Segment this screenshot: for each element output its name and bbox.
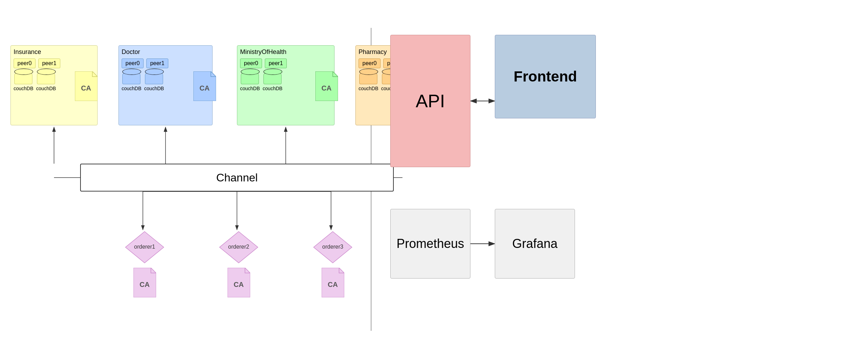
doctor-couchdb0: couchDB <box>122 71 141 91</box>
orderer1-group: orderer1 CA <box>124 230 166 297</box>
frontend-box: Frontend <box>495 35 596 118</box>
ministry-peers: peer0 peer1 <box>240 58 331 68</box>
svg-text:orderer2: orderer2 <box>228 244 249 250</box>
svg-text:orderer3: orderer3 <box>322 244 344 250</box>
insurance-peer1: peer1 <box>38 58 60 68</box>
svg-text:CA: CA <box>322 84 332 92</box>
insurance-couchdb1: couchDB <box>36 71 56 91</box>
ministry-ca: CA <box>315 71 338 102</box>
doctor-peer1: peer1 <box>146 58 168 68</box>
main-diagram: Insurance peer0 peer1 couchDB couchDB CA… <box>0 0 868 359</box>
ministry-peer1: peer1 <box>265 58 287 68</box>
doctor-ca: CA <box>193 71 216 102</box>
prometheus-box: Prometheus <box>390 209 470 279</box>
channel-label: Channel <box>216 171 258 184</box>
frontend-label: Frontend <box>514 68 577 85</box>
grafana-label: Grafana <box>512 236 558 251</box>
insurance-ca: CA <box>75 71 98 102</box>
svg-text:CA: CA <box>328 281 338 288</box>
insurance-couchdb0: couchDB <box>14 71 33 91</box>
ministry-label: MinistryOfHealth <box>240 48 331 56</box>
api-box: API <box>390 35 470 167</box>
insurance-label: Insurance <box>14 48 94 56</box>
ministry-couchdb1: couchDB <box>263 71 283 91</box>
svg-text:orderer1: orderer1 <box>134 244 155 250</box>
pharmacy-peer0: peer0 <box>359 58 381 68</box>
channel-box: Channel <box>80 164 394 192</box>
insurance-peers: peer0 peer1 <box>14 58 94 68</box>
svg-text:CA: CA <box>139 281 149 288</box>
doctor-label: Doctor <box>122 48 209 56</box>
orderer2-group: orderer2 CA <box>218 230 260 297</box>
pharmacy-couchdb0: couchDB <box>359 71 378 91</box>
doctor-couchdb1: couchDB <box>144 71 164 91</box>
api-label: API <box>416 91 445 111</box>
ministry-couchdb0: couchDB <box>240 71 260 91</box>
insurance-peer0: peer0 <box>14 58 36 68</box>
ministry-peer0: peer0 <box>240 58 262 68</box>
svg-text:CA: CA <box>200 84 210 92</box>
orderer3-group: orderer3 CA <box>312 230 354 297</box>
doctor-peers: peer0 peer1 <box>122 58 209 68</box>
prometheus-label: Prometheus <box>397 236 464 251</box>
svg-text:CA: CA <box>233 281 244 288</box>
doctor-peer0: peer0 <box>122 58 144 68</box>
grafana-box: Grafana <box>495 209 575 279</box>
svg-text:CA: CA <box>81 84 91 92</box>
